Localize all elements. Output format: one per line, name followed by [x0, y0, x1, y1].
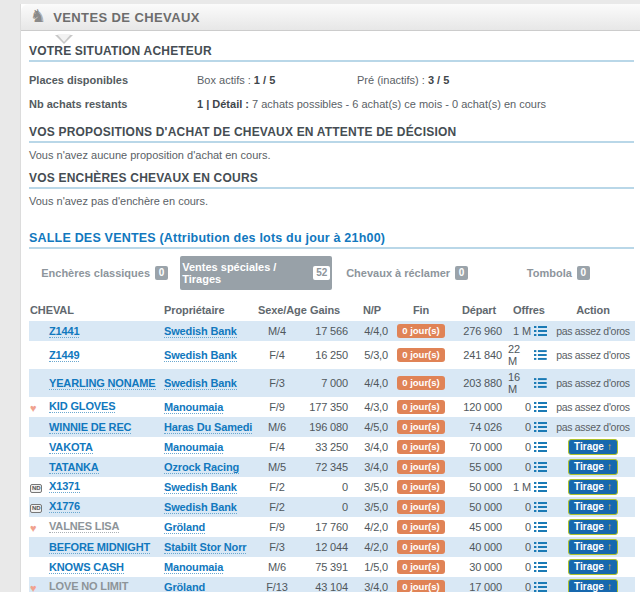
horse-name-link[interactable]: KID GLOVES [49, 400, 115, 413]
offers-list-icon[interactable] [534, 422, 547, 432]
owner-link[interactable]: Manoumaia [164, 401, 223, 414]
horse-head-icon: ♞ [30, 7, 46, 25]
np-value: 3/5,0 [353, 497, 391, 517]
offers-list-icon[interactable] [534, 350, 547, 360]
horse-row: ♥LOVE NO LIMIT Gröland F/13 43 104 3/4,0… [29, 577, 635, 592]
sex-age-value: F/2 [257, 477, 297, 497]
horse-row: NDX1371 Swedish Bank F/2 0 3/5,0 0 jour(… [29, 477, 635, 497]
nd-badge-icon: ND [30, 482, 49, 494]
depart-price-value: 30 000 [451, 557, 507, 577]
horse-name-link[interactable]: KNOWS CASH [49, 561, 124, 574]
depart-price-value: 50 000 [451, 477, 507, 497]
horse-name-link[interactable]: BEFORE MIDNIGHT [49, 541, 150, 554]
offers-list-icon[interactable] [534, 482, 547, 492]
horse-name-link[interactable]: WINNIE DE REC [49, 421, 131, 434]
horse-name-link[interactable]: TATANKA [49, 461, 99, 474]
auctions-heading: VOS ENCHÈRES CHEVAUX EN COURS [29, 171, 634, 189]
offers-count: 0 [525, 421, 531, 433]
page-title: VENTES DE CHEVAUX [53, 10, 200, 25]
fin-days-badge: 0 jour(s) [397, 560, 444, 574]
offers-count: 16 M [508, 371, 531, 395]
pre-inactifs-value: 3 / 5 [428, 74, 449, 86]
gains-value: 72 345 [297, 457, 353, 477]
favorite-heart-icon: ♥ [30, 582, 49, 592]
gains-value: 75 391 [297, 557, 353, 577]
up-arrow-icon: ↑ [607, 581, 612, 592]
depart-price-value: 70 000 [451, 437, 507, 457]
offers-list-icon[interactable] [534, 562, 547, 572]
tirage-button[interactable]: Tirage↑ [568, 459, 618, 475]
owner-link[interactable]: Ozrock Racing [164, 461, 239, 474]
np-value: 4/4,0 [353, 369, 391, 397]
tirage-button[interactable]: Tirage↑ [568, 559, 618, 575]
offers-list-icon[interactable] [534, 502, 547, 512]
np-value: 3/4,0 [353, 437, 391, 457]
horse-name-link[interactable]: X1776 [49, 500, 80, 513]
owner-link[interactable]: Manoumaia [164, 561, 223, 574]
tirage-button-label: Tirage [574, 481, 604, 492]
horse-name-link[interactable]: YEARLING NONAME [49, 377, 156, 390]
sex-age-value: F/13 [257, 577, 297, 592]
tirage-button[interactable]: Tirage↑ [568, 479, 618, 495]
np-value: 4/2,0 [353, 517, 391, 537]
offers-count: 22 M [508, 343, 531, 367]
sex-age-value: F/4 [257, 437, 297, 457]
offers-list-icon[interactable] [534, 326, 547, 336]
up-arrow-icon: ↑ [607, 521, 612, 532]
tirage-button[interactable]: Tirage↑ [568, 439, 618, 455]
horse-name-link[interactable]: Z1449 [49, 349, 79, 362]
sales-tab-chevaux-r-clamer[interactable]: Chevaux à réclamer 0 [332, 261, 483, 285]
owner-link[interactable]: Swedish Bank [164, 377, 237, 390]
owner-link[interactable]: Swedish Bank [164, 325, 237, 338]
offers-list-icon[interactable] [534, 522, 547, 532]
gains-value: 33 250 [297, 437, 353, 457]
np-value: 5/3,0 [353, 341, 391, 369]
action-status-text: pas assez d'oros [556, 325, 630, 337]
offers-count: 0 [525, 401, 531, 413]
tab-label: Ventes spéciales / Tirages [182, 261, 308, 285]
offers-list-icon[interactable] [534, 582, 547, 592]
owner-link[interactable]: Swedish Bank [164, 349, 237, 362]
tirage-button[interactable]: Tirage↑ [568, 579, 618, 592]
fin-days-badge: 0 jour(s) [397, 540, 444, 554]
tirage-button[interactable]: Tirage↑ [568, 519, 618, 535]
page-titlebar: ♞ VENTES DE CHEVAUX [21, 4, 640, 31]
horse-name-link[interactable]: Z1441 [49, 325, 79, 338]
tab-count-badge: 0 [455, 266, 468, 280]
owner-link[interactable]: Gröland [164, 581, 205, 592]
owner-link[interactable]: Swedish Bank [164, 481, 237, 494]
sales-tab-ventes-sp-ciales-tirages[interactable]: Ventes spéciales / Tirages 52 [180, 256, 331, 290]
offers-list-icon[interactable] [534, 378, 547, 388]
offers-list-icon[interactable] [534, 402, 547, 412]
offers-list-icon[interactable] [534, 542, 547, 552]
pre-inactifs: Pré (inactifs) : 3 / 5 [357, 74, 449, 86]
horse-name-link[interactable]: X1371 [49, 480, 80, 493]
owner-link[interactable]: Stabilt Stor Norr [164, 541, 246, 554]
sales-tab-tombola[interactable]: Tombola 0 [483, 261, 634, 285]
sex-age-value: M/5 [257, 457, 297, 477]
horse-name-link[interactable]: LOVE NO LIMIT [49, 580, 128, 592]
tirage-button[interactable]: Tirage↑ [568, 539, 618, 555]
np-value: 3/4,0 [353, 577, 391, 592]
tirage-button-label: Tirage [574, 521, 604, 532]
horse-row: Z1449 Swedish Bank F/4 16 250 5/3,0 0 jo… [29, 341, 635, 369]
np-value: 4/4,0 [353, 321, 391, 341]
sales-tab-ench-res-classiques[interactable]: Enchères classiques 0 [29, 261, 180, 285]
up-arrow-icon: ↑ [607, 461, 612, 472]
auctions-empty-text: Vous n'avez pas d'enchère en cours. [29, 195, 634, 207]
horse-name-link[interactable]: VALNES LISA [49, 520, 119, 533]
tirage-button[interactable]: Tirage↑ [568, 499, 618, 515]
offers-list-icon[interactable] [534, 442, 547, 452]
np-value: 4/3,0 [353, 397, 391, 417]
horse-name-link[interactable]: VAKOTA [49, 441, 93, 454]
fin-days-badge: 0 jour(s) [397, 500, 444, 514]
sex-age-value: M/6 [257, 417, 297, 437]
owner-link[interactable]: Haras Du Samedi [164, 421, 252, 434]
horse-row: VAKOTA Manoumaia F/4 33 250 3/4,0 0 jour… [29, 437, 635, 457]
offers-list-icon[interactable] [534, 462, 547, 472]
depart-price-value: 40 000 [451, 537, 507, 557]
purchases-detail: 1 | Détail : 7 achats possibles - 6 acha… [197, 98, 546, 110]
owner-link[interactable]: Manoumaia [164, 441, 223, 454]
owner-link[interactable]: Swedish Bank [164, 501, 237, 514]
owner-link[interactable]: Gröland [164, 521, 205, 534]
